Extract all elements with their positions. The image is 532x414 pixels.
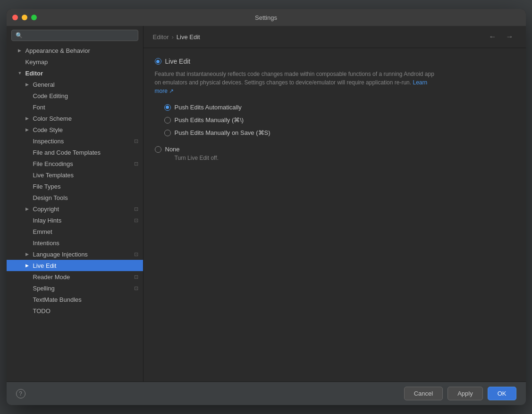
sidebar-item-label: TextMate Bundles (33, 296, 82, 303)
sidebar-item-label: Editor (25, 70, 43, 77)
sidebar-item-label: TODO (33, 307, 51, 315)
sidebar-item-label: File Types (33, 183, 61, 190)
radio-label-push-manual: Push Edits Manually (⌘\) (175, 116, 244, 124)
none-description: Turn Live Edit off. (175, 155, 515, 161)
radio-group: Push Edits Automatically Push Edits Manu… (164, 104, 515, 136)
chevron-right-icon: ▶ (25, 82, 30, 87)
breadcrumb-current: Live Edit (177, 33, 200, 41)
radio-none[interactable] (155, 146, 161, 153)
sidebar-item-editor[interactable]: ▼ Editor (7, 67, 143, 79)
nav-buttons: ← → (486, 32, 516, 42)
search-box[interactable]: 🔍 (11, 30, 138, 41)
sidebar-item-label: Code Style (33, 126, 63, 133)
forward-button[interactable]: → (503, 32, 516, 42)
sidebar-item-inlay-hints[interactable]: Inlay Hints ⊡ (7, 215, 143, 226)
sidebar-item-label: Inspections (33, 138, 64, 145)
settings-icon: ⊡ (134, 285, 138, 291)
radio-item-push-auto[interactable]: Push Edits Automatically (164, 104, 515, 111)
radio-label-none: None (165, 146, 180, 153)
sidebar-item-label: Intentions (33, 240, 59, 247)
radio-label-push-auto: Push Edits Automatically (175, 104, 242, 111)
section-description: Feature that instantaneously reflects co… (155, 70, 438, 95)
sidebar-list: ▶ Appearance & Behavior Keymap ▼ Editor … (7, 45, 143, 381)
sidebar-item-label: Keymap (25, 58, 48, 66)
radio-push-save[interactable] (164, 130, 171, 136)
none-section: None Turn Live Edit off. (155, 146, 515, 161)
sidebar-item-intentions[interactable]: Intentions (7, 237, 143, 248)
sidebar-item-language-injections[interactable]: ▶ Language Injections ⊡ (7, 248, 143, 260)
sidebar-item-file-encodings[interactable]: File Encodings ⊡ (7, 158, 143, 169)
sidebar-item-file-types[interactable]: File Types (7, 181, 143, 192)
section-title: Live Edit (155, 58, 515, 65)
sidebar-item-label: File and Code Templates (33, 149, 101, 156)
settings-icon: ⊡ (134, 206, 138, 212)
sidebar-item-design-tools[interactable]: Design Tools (7, 192, 143, 203)
sidebar-item-font[interactable]: Font (7, 101, 143, 113)
sidebar-item-color-scheme[interactable]: ▶ Color Scheme (7, 113, 143, 124)
sidebar-item-label: Reader Mode (33, 273, 70, 281)
settings-icon: ⊡ (134, 138, 138, 144)
sidebar-item-general[interactable]: ▶ General (7, 79, 143, 90)
sidebar-item-label: Live Templates (33, 172, 74, 179)
radio-item-push-save[interactable]: Push Edits Manually on Save (⌘S) (164, 129, 515, 136)
sidebar-item-reader-mode[interactable]: Reader Mode ⊡ (7, 271, 143, 282)
sidebar-item-live-edit[interactable]: ▶ Live Edit (7, 260, 143, 271)
search-input[interactable] (25, 32, 134, 39)
sidebar-item-copyright[interactable]: ▶ Copyright ⊡ (7, 203, 143, 215)
sidebar-item-label: Code Editing (33, 92, 68, 99)
sidebar-item-label: Appearance & Behavior (25, 47, 90, 54)
back-button[interactable]: ← (486, 32, 499, 42)
settings-icon: ⊡ (134, 161, 138, 167)
cancel-button[interactable]: Cancel (404, 387, 443, 400)
titlebar: Settings (7, 9, 526, 26)
sidebar-item-label: File Encodings (33, 160, 73, 167)
sidebar-item-label: Emmet (33, 228, 52, 235)
help-button[interactable]: ? (16, 389, 25, 398)
content-area: Editor › Live Edit ← → Live Edit Feature… (144, 26, 526, 381)
search-icon: 🔍 (16, 32, 23, 39)
close-button[interactable] (12, 15, 18, 20)
sidebar-item-label: General (33, 81, 55, 88)
footer: ? Cancel Apply OK (7, 381, 526, 405)
sidebar-item-inspections[interactable]: Inspections ⊡ (7, 135, 143, 147)
sidebar-item-code-editing[interactable]: Code Editing (7, 90, 143, 101)
chevron-right-icon: ▶ (25, 207, 30, 211)
sidebar-item-file-code-templates[interactable]: File and Code Templates (7, 147, 143, 158)
settings-window: Settings 🔍 ▶ Appearance & Behavior Keyma… (7, 9, 526, 405)
radio-push-manual[interactable] (164, 117, 171, 124)
content-header: Editor › Live Edit ← → (144, 26, 526, 48)
sidebar-item-emmet[interactable]: Emmet (7, 226, 143, 237)
sidebar-item-label: Color Scheme (33, 115, 72, 122)
main-content: 🔍 ▶ Appearance & Behavior Keymap ▼ Edit (7, 26, 526, 381)
chevron-right-icon: ▶ (25, 127, 30, 132)
sidebar-item-label: Inlay Hints (33, 217, 62, 224)
footer-left: ? (16, 389, 25, 398)
sidebar-item-code-style[interactable]: ▶ Code Style (7, 124, 143, 135)
apply-button[interactable]: Apply (448, 387, 483, 400)
chevron-right-icon: ▶ (18, 48, 23, 53)
sidebar-item-todo[interactable]: TODO (7, 305, 143, 316)
chevron-right-icon: ▶ (25, 252, 30, 257)
sidebar-item-live-templates[interactable]: Live Templates (7, 169, 143, 181)
live-edit-main-radio[interactable] (155, 58, 161, 65)
titlebar-buttons (12, 15, 37, 20)
settings-icon: ⊡ (134, 251, 138, 257)
radio-item-push-manual[interactable]: Push Edits Manually (⌘\) (164, 116, 515, 124)
section-title-text: Live Edit (165, 58, 191, 65)
chevron-right-icon: ▶ (25, 116, 30, 121)
breadcrumb-separator: › (171, 33, 173, 41)
breadcrumb-parent: Editor (153, 33, 169, 41)
ok-button[interactable]: OK (488, 387, 516, 400)
sidebar-item-keymap[interactable]: Keymap (7, 56, 143, 67)
sidebar-item-label: Copyright (33, 206, 59, 213)
radio-item-none[interactable]: None (155, 146, 515, 153)
sidebar-item-spelling[interactable]: Spelling ⊡ (7, 282, 143, 294)
sidebar-item-textmate-bundles[interactable]: TextMate Bundles (7, 294, 143, 305)
radio-push-auto[interactable] (164, 104, 171, 111)
minimize-button[interactable] (22, 15, 27, 20)
maximize-button[interactable] (31, 15, 37, 20)
radio-label-push-save: Push Edits Manually on Save (⌘S) (175, 129, 270, 136)
settings-icon: ⊡ (134, 217, 138, 224)
window-title: Settings (255, 14, 277, 21)
sidebar-item-appearance[interactable]: ▶ Appearance & Behavior (7, 45, 143, 56)
